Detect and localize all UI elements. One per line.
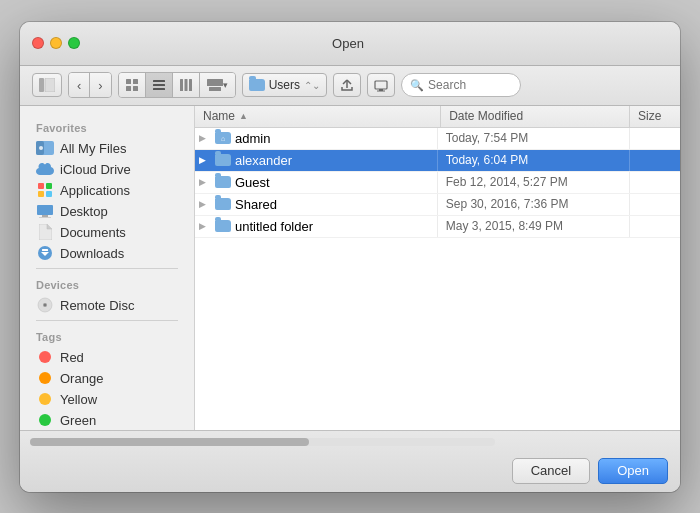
applications-label: Applications [60,183,130,198]
expand-arrow-icon: ▶ [199,177,211,187]
back-button[interactable]: ‹ [69,73,90,97]
file-name-cell: ▶ Guest [195,172,438,193]
sort-arrow-icon: ▲ [239,111,248,121]
table-row[interactable]: ▶ ⌂ admin Today, 7:54 PM [195,128,680,150]
open-dialog: Open ‹ › ▾ Users [20,22,680,492]
svg-rect-24 [46,191,52,197]
svg-rect-1 [45,78,55,92]
svg-rect-7 [153,84,165,86]
file-size-cell [630,194,680,215]
cover-flow-button[interactable]: ▾ [200,73,235,97]
open-button[interactable]: Open [598,458,668,484]
file-name-cell: ▶ Shared [195,194,438,215]
downloads-icon [36,246,54,260]
search-input[interactable] [428,78,512,92]
sidebar-item-applications[interactable]: Applications [20,180,194,201]
search-box[interactable]: 🔍 [401,73,521,97]
view-buttons: ▾ [118,72,236,98]
applications-icon [36,183,54,197]
titlebar: Open [20,22,680,66]
home-folder-icon: ⌂ [215,132,231,144]
devices-label: Devices [20,273,194,295]
folder-icon [215,176,231,188]
svg-rect-21 [38,183,44,189]
svg-rect-15 [375,81,387,89]
scrollbar-thumb[interactable] [30,438,309,446]
sidebar: Favorites All My Files iCloud Drive Appl… [20,106,195,430]
main-content: Favorites All My Files iCloud Drive Appl… [20,106,680,430]
sidebar-divider-2 [36,320,178,321]
svg-rect-12 [207,79,223,86]
remote-disc-label: Remote Disc [60,298,134,313]
expand-arrow-icon: ▶ [199,133,211,143]
remote-disc-icon [36,298,54,312]
list-view-button[interactable] [146,73,173,97]
share-button[interactable] [333,73,361,97]
name-column-header[interactable]: Name ▲ [195,106,441,127]
column-view-button[interactable] [173,73,200,97]
location-folder-icon [249,79,265,91]
sidebar-toggle-button[interactable] [32,73,62,97]
size-column-header[interactable]: Size [630,106,680,127]
bottom-bar: Cancel Open [20,430,680,492]
documents-icon [36,225,54,239]
sidebar-item-orange[interactable]: Orange [20,368,194,389]
scrollbar-track[interactable] [30,438,495,446]
sidebar-item-all-my-files[interactable]: All My Files [20,138,194,159]
sidebar-item-remote-disc[interactable]: Remote Disc [20,295,194,316]
favorites-label: Favorites [20,116,194,138]
table-row[interactable]: ▶ Shared Sep 30, 2016, 7:36 PM [195,194,680,216]
svg-rect-25 [37,205,53,215]
green-tag-label: Green [60,413,96,428]
green-tag-icon [36,413,54,427]
sidebar-item-icloud-drive[interactable]: iCloud Drive [20,159,194,180]
file-size-cell [630,216,680,237]
sidebar-item-yellow[interactable]: Yellow [20,389,194,410]
file-list: ▶ ⌂ admin Today, 7:54 PM ▶ [195,128,680,430]
finder-icon [36,141,54,155]
folder-icon [215,154,231,166]
sidebar-item-green[interactable]: Green [20,410,194,430]
sidebar-item-red[interactable]: Red [20,347,194,368]
expand-arrow-icon: ▶ [199,221,211,231]
file-name-cell: ▶ alexander [195,150,438,171]
red-tag-icon [36,350,54,364]
desktop-icon [36,204,54,218]
icloud-drive-label: iCloud Drive [60,162,131,177]
icloud-icon [36,162,54,176]
window-title: Open [28,36,668,51]
svg-rect-13 [209,87,221,91]
toolbar: ‹ › ▾ Users ⌃⌄ [20,66,680,106]
date-column-header[interactable]: Date Modified [441,106,630,127]
desktop-label: Desktop [60,204,108,219]
nav-buttons: ‹ › [68,72,112,98]
connect-button[interactable] [367,73,395,97]
icon-view-button[interactable] [119,73,146,97]
yellow-tag-icon [36,392,54,406]
file-date-cell: Today, 7:54 PM [438,128,630,149]
file-date-cell: Feb 12, 2014, 5:27 PM [438,172,630,193]
folder-icon [215,198,231,210]
expand-arrow-icon: ▶ [199,199,211,209]
documents-label: Documents [60,225,126,240]
file-date-cell: Today, 6:04 PM [438,150,630,171]
forward-button[interactable]: › [90,73,110,97]
cancel-button[interactable]: Cancel [512,458,590,484]
file-size-cell [630,172,680,193]
svg-rect-26 [42,215,48,217]
file-size-cell [630,150,680,171]
svg-rect-2 [126,79,131,84]
svg-rect-10 [184,79,187,91]
svg-rect-23 [38,191,44,197]
location-selector[interactable]: Users ⌃⌄ [242,73,327,97]
location-label: Users [269,78,300,92]
table-row[interactable]: ▶ Guest Feb 12, 2014, 5:27 PM [195,172,680,194]
table-row[interactable]: ▶ alexander Today, 6:04 PM [195,150,680,172]
all-my-files-label: All My Files [60,141,126,156]
sidebar-item-desktop[interactable]: Desktop [20,201,194,222]
table-row[interactable]: ▶ untitled folder May 3, 2015, 8:49 PM [195,216,680,238]
sidebar-item-downloads[interactable]: Downloads [20,243,194,264]
sidebar-item-documents[interactable]: Documents [20,222,194,243]
file-name-cell: ▶ untitled folder [195,216,438,237]
svg-point-33 [44,304,46,306]
